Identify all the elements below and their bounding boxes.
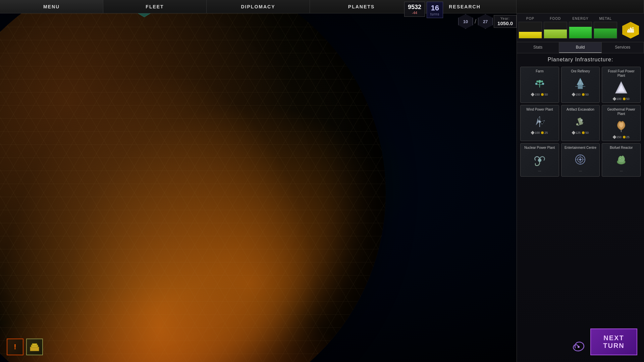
planet-view[interactable] — [0, 0, 386, 362]
wind-power-cost-mineral: 100 — [531, 131, 540, 134]
tab-stats[interactable]: Stats — [517, 42, 559, 53]
building-biofuel[interactable]: Biofuel Reactor — — [602, 143, 641, 177]
hud-turns-block: 16 turns — [427, 2, 443, 18]
coin-icon — [582, 93, 585, 96]
building-nuclear[interactable]: Nuclear Power Plant — — [520, 143, 559, 177]
fossil-fuel-cost-credits: 50 — [623, 97, 630, 101]
nav-fleet[interactable]: FLEET — [103, 0, 207, 13]
fossil-fuel-costs: 100 50 — [613, 97, 630, 101]
ore-refinery-name: Ore Refinery — [571, 69, 590, 73]
wind-power-cost-credits: 25 — [541, 131, 548, 134]
diamond-icon — [612, 97, 616, 101]
farm-cost-mineral: 150 — [531, 93, 540, 96]
ore-refinery-icon — [572, 75, 589, 92]
nuclear-name: Nuclear Power Plant — [524, 145, 555, 150]
building-entertainment[interactable]: Entertainment Centre — — [561, 143, 600, 177]
hex-current: 10 — [458, 14, 473, 29]
energy-bar — [569, 22, 592, 39]
fossil-fuel-cost-mineral: 100 — [613, 97, 622, 101]
svg-point-11 — [542, 83, 544, 85]
svg-point-13 — [541, 81, 543, 82]
biofuel-name: Biofuel Reactor — [610, 145, 633, 150]
turns-value: 16 — [431, 4, 439, 12]
year-display: Year: 1050.0 — [494, 15, 517, 28]
food-bar — [544, 22, 567, 39]
building-wind-power[interactable]: Wind Power Plant 100 — [520, 105, 559, 141]
pop-label: POP — [526, 17, 534, 20]
pop-bar-fill — [519, 32, 542, 38]
resource-energy: ENERGY — [569, 17, 592, 39]
geothermal-name: Geothermal Power Plant — [604, 107, 638, 116]
nav-diplomacy[interactable]: DIPLOMACY — [207, 0, 310, 13]
nuclear-cost-placeholder: — — [538, 169, 541, 173]
galaxy-icon — [570, 339, 587, 355]
pop-bar — [519, 22, 542, 39]
geothermal-cost-credits: 25 — [623, 135, 630, 139]
energy-label: ENERGY — [572, 17, 588, 20]
tab-services[interactable]: Services — [602, 42, 644, 53]
diamond-icon — [612, 135, 616, 139]
svg-marker-15 — [577, 78, 584, 85]
svg-point-43 — [578, 346, 580, 348]
building-artifact-excavation[interactable]: Artifact Excavation 125 — [561, 105, 600, 141]
resource-bar: POP FOOD ENERGY METAL 🏙 — [517, 13, 644, 42]
nav-planets[interactable]: PLANETS — [310, 0, 413, 13]
svg-point-22 — [539, 121, 541, 123]
turns-label: turns — [430, 12, 439, 16]
svg-point-10 — [535, 83, 537, 85]
resource-metal: METAL — [594, 17, 617, 39]
build-queue-button[interactable] — [26, 339, 43, 355]
metal-bar — [594, 22, 617, 39]
entertainment-cost-placeholder: — — [579, 169, 582, 173]
building-fossil-fuel[interactable]: Fossil Fuel Power Plant 100 50 — [602, 67, 641, 103]
metal-bar-fill — [594, 28, 617, 38]
resource-food: FOOD — [544, 17, 567, 39]
food-label: FOOD — [550, 17, 561, 20]
building-geothermal[interactable]: Geothermal Power Plant 150 25 — [602, 105, 641, 141]
geothermal-icon — [613, 117, 630, 134]
resource-city-icon: 🏙 — [619, 17, 642, 39]
credits-value: 9532 — [408, 4, 421, 11]
panel-title: Planetary Infrastructure: — [520, 57, 641, 63]
energy-bar-fill — [569, 27, 592, 38]
building-farm[interactable]: Farm 150 — [520, 67, 559, 103]
year-value: 1050.0 — [497, 20, 513, 26]
year-label: Year: — [497, 17, 513, 20]
biofuel-icon — [613, 151, 630, 168]
coin-icon — [541, 93, 544, 96]
svg-point-29 — [576, 123, 578, 125]
svg-point-39 — [622, 157, 624, 159]
svg-point-12 — [536, 81, 538, 82]
hex-separator: / — [474, 18, 477, 25]
wind-power-icon — [531, 113, 548, 130]
svg-rect-42 — [32, 344, 37, 346]
nuclear-costs: — — [538, 169, 541, 173]
ore-refinery-cost-credits: 50 — [582, 93, 589, 96]
panel-content[interactable]: Planetary Infrastructure: Farm — [517, 53, 644, 362]
nav-menu[interactable]: MENU — [0, 0, 103, 13]
svg-point-6 — [538, 80, 541, 83]
svg-rect-17 — [581, 81, 582, 85]
fossil-fuel-icon — [613, 79, 630, 96]
tab-build[interactable]: Build — [559, 42, 601, 53]
next-turn-button[interactable]: NEXT TURN — [590, 328, 637, 355]
building-ore-refinery[interactable]: Ore Refinery 150 — [561, 67, 600, 103]
alert-button[interactable]: ! — [7, 339, 23, 355]
farm-icon — [531, 75, 548, 92]
artifact-excavation-icon — [572, 113, 589, 130]
right-panel: POP FOOD ENERGY METAL 🏙 — [517, 13, 644, 362]
hex-count-display: 10 / 27 Year: 1050.0 — [458, 14, 517, 29]
tab-navigation: Stats Build Services — [517, 42, 644, 53]
farm-costs: 150 50 — [531, 93, 548, 96]
coin-icon — [623, 136, 626, 138]
biofuel-cost-placeholder: — — [620, 169, 623, 173]
farm-cost-credits: 50 — [541, 93, 548, 96]
diamond-icon — [572, 93, 575, 96]
svg-rect-16 — [579, 81, 580, 85]
hex-max: 27 — [478, 14, 493, 29]
artifact-excavation-cost-mineral: 125 — [572, 131, 581, 134]
food-bar-fill — [544, 29, 567, 38]
hud-credits-block: 9532 -44 — [404, 2, 425, 17]
diamond-icon — [572, 131, 575, 134]
entertainment-costs: — — [579, 169, 582, 173]
